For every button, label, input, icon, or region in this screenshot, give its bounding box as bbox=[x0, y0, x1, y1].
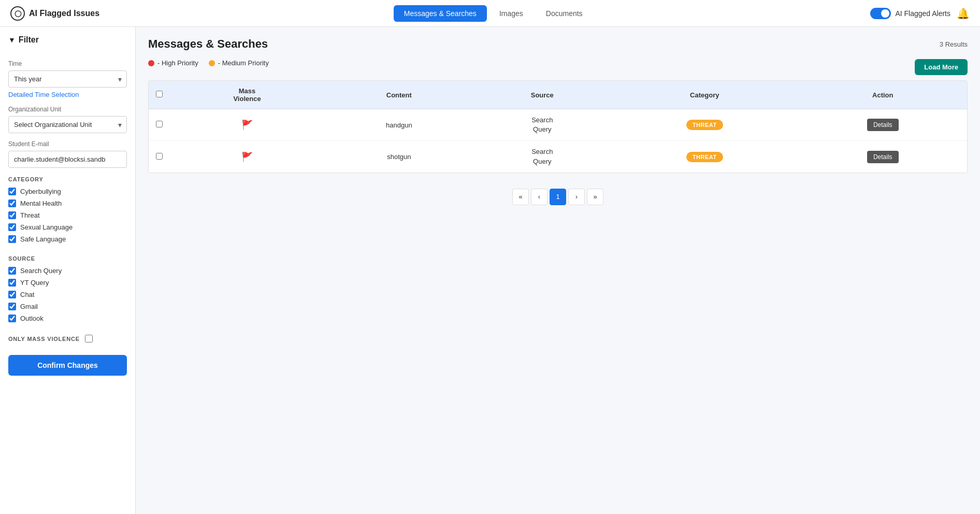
ai-alerts-label: AI Flagged Alerts bbox=[895, 9, 950, 18]
row2-category-cell: THREAT bbox=[611, 141, 799, 173]
mass-violence-section: ONLY MASS VIOLENCE bbox=[8, 335, 127, 342]
sidebar: ▼ Filter Time This year Last 30 days Las… bbox=[0, 27, 136, 514]
org-unit-label: Organizational Unit bbox=[8, 106, 127, 113]
row1-details-button[interactable]: Details bbox=[867, 119, 899, 131]
pagination-first[interactable]: « bbox=[512, 189, 529, 205]
page-title: Messages & Searches bbox=[148, 37, 268, 51]
tab-messages[interactable]: Messages & Searches bbox=[394, 5, 487, 22]
content-header: Messages & Searches 3 Results bbox=[148, 37, 968, 51]
mass-violence-checkbox[interactable] bbox=[85, 335, 93, 342]
logo-icon: ◯ bbox=[10, 6, 25, 21]
top-nav: ◯ AI Flagged Issues Messages & Searches … bbox=[0, 0, 980, 27]
source-gmail[interactable]: Gmail bbox=[8, 303, 127, 310]
table-header-row: MassViolence Content Source Category Act… bbox=[149, 81, 967, 109]
high-priority-dot bbox=[148, 60, 154, 66]
row2-content: shotgun bbox=[387, 153, 411, 161]
source-search-query-label: Search Query bbox=[20, 267, 62, 275]
row1-category-cell: THREAT bbox=[611, 109, 799, 141]
row2-mass-violence-cell: 🚩 bbox=[170, 141, 324, 173]
high-priority-label: - High Priority bbox=[157, 59, 198, 67]
th-content: Content bbox=[324, 81, 474, 109]
category-threat[interactable]: Threat bbox=[8, 211, 127, 219]
pagination-next[interactable]: › bbox=[568, 189, 585, 205]
ai-alerts-toggle[interactable] bbox=[870, 8, 891, 19]
pagination: « ‹ 1 › » bbox=[148, 189, 968, 205]
row1-source-cell: SearchQuery bbox=[474, 109, 611, 141]
confirm-changes-button[interactable]: Confirm Changes bbox=[8, 355, 127, 376]
tab-images[interactable]: Images bbox=[489, 5, 534, 22]
app-container: ◯ AI Flagged Issues Messages & Searches … bbox=[0, 0, 980, 514]
source-yt-query[interactable]: YT Query bbox=[8, 279, 127, 287]
category-safe-language[interactable]: Safe Language bbox=[8, 235, 127, 243]
high-priority-legend: - High Priority bbox=[148, 59, 198, 67]
table-row: 🚩 shotgun SearchQuery THREAT bbox=[149, 141, 967, 173]
source-section: SOURCE Search Query YT Query Chat Gmail bbox=[8, 255, 127, 326]
category-section: CATEGORY Cyberbullying Mental Health Thr… bbox=[8, 176, 127, 247]
org-unit-select-wrap: Select Organizational Unit bbox=[8, 116, 127, 133]
th-action: Action bbox=[799, 81, 967, 109]
category-cyberbullying[interactable]: Cyberbullying bbox=[8, 188, 127, 195]
category-mental-health-label: Mental Health bbox=[20, 199, 62, 207]
category-title: CATEGORY bbox=[8, 176, 127, 182]
time-select[interactable]: This year Last 30 days Last 7 days Custo… bbox=[8, 70, 127, 88]
row1-action-cell: Details bbox=[799, 109, 967, 141]
app-logo: ◯ AI Flagged Issues bbox=[10, 6, 99, 21]
filter-label: Filter bbox=[19, 35, 39, 45]
tab-documents[interactable]: Documents bbox=[536, 5, 593, 22]
app-title: AI Flagged Issues bbox=[29, 9, 99, 18]
category-threat-label: Threat bbox=[20, 211, 40, 219]
time-label: Time bbox=[8, 60, 127, 67]
source-yt-query-label: YT Query bbox=[20, 279, 49, 287]
source-outlook-label: Outlook bbox=[20, 315, 44, 322]
pagination-last[interactable]: » bbox=[587, 189, 603, 205]
medium-priority-dot bbox=[209, 60, 215, 66]
pagination-prev[interactable]: ‹ bbox=[531, 189, 547, 205]
source-outlook[interactable]: Outlook bbox=[8, 315, 127, 322]
student-email-input[interactable] bbox=[8, 151, 127, 168]
ai-alerts-toggle-label: AI Flagged Alerts bbox=[870, 8, 950, 19]
row1-checkbox-cell bbox=[149, 109, 170, 141]
load-more-button[interactable]: Load More bbox=[915, 59, 968, 75]
source-chat[interactable]: Chat bbox=[8, 291, 127, 298]
student-email-label: Student E-mail bbox=[8, 140, 127, 148]
category-mental-health[interactable]: Mental Health bbox=[8, 199, 127, 207]
time-select-wrap: This year Last 30 days Last 7 days Custo… bbox=[8, 70, 127, 88]
source-title: SOURCE bbox=[8, 255, 127, 262]
row1-checkbox[interactable] bbox=[156, 121, 163, 127]
table-row: 🚩 handgun SearchQuery THREAT bbox=[149, 109, 967, 141]
pagination-current[interactable]: 1 bbox=[550, 189, 566, 205]
row2-source-cell: SearchQuery bbox=[474, 141, 611, 173]
category-sexual-language[interactable]: Sexual Language bbox=[8, 223, 127, 231]
mass-violence-label: ONLY MASS VIOLENCE bbox=[8, 336, 80, 342]
row2-details-button[interactable]: Details bbox=[867, 151, 899, 163]
source-chat-label: Chat bbox=[20, 291, 34, 298]
category-cyberbullying-label: Cyberbullying bbox=[20, 188, 61, 195]
row2-flag-icon: 🚩 bbox=[241, 152, 253, 162]
row1-source: SearchQuery bbox=[531, 116, 553, 133]
results-count: 3 Results bbox=[940, 40, 968, 48]
source-gmail-label: Gmail bbox=[20, 303, 38, 310]
row2-source: SearchQuery bbox=[531, 148, 553, 165]
org-unit-select[interactable]: Select Organizational Unit bbox=[8, 116, 127, 133]
row2-content-cell: shotgun bbox=[324, 141, 474, 173]
main-body: ▼ Filter Time This year Last 30 days Las… bbox=[0, 27, 980, 514]
priority-legend: - High Priority - Medium Priority bbox=[148, 59, 269, 67]
th-category: Category bbox=[611, 81, 799, 109]
source-search-query[interactable]: Search Query bbox=[8, 267, 127, 275]
select-all-checkbox[interactable] bbox=[156, 91, 163, 97]
category-sexual-language-label: Sexual Language bbox=[20, 223, 73, 231]
content-area: Messages & Searches 3 Results - High Pri… bbox=[136, 27, 980, 514]
medium-priority-label: - Medium Priority bbox=[218, 59, 269, 67]
category-safe-language-label: Safe Language bbox=[20, 235, 66, 243]
notification-bell-icon[interactable]: 🔔 bbox=[957, 7, 970, 20]
row2-checkbox[interactable] bbox=[156, 153, 163, 160]
th-checkbox bbox=[149, 81, 170, 109]
nav-tabs: Messages & Searches Images Documents bbox=[116, 5, 870, 22]
row1-content-cell: handgun bbox=[324, 109, 474, 141]
filter-icon: ▼ bbox=[8, 36, 16, 44]
detailed-time-link[interactable]: Detailed Time Selection bbox=[8, 91, 127, 98]
th-source: Source bbox=[474, 81, 611, 109]
row1-mass-violence-cell: 🚩 bbox=[170, 109, 324, 141]
row1-flag-icon: 🚩 bbox=[241, 120, 253, 130]
th-mass-violence: MassViolence bbox=[170, 81, 324, 109]
